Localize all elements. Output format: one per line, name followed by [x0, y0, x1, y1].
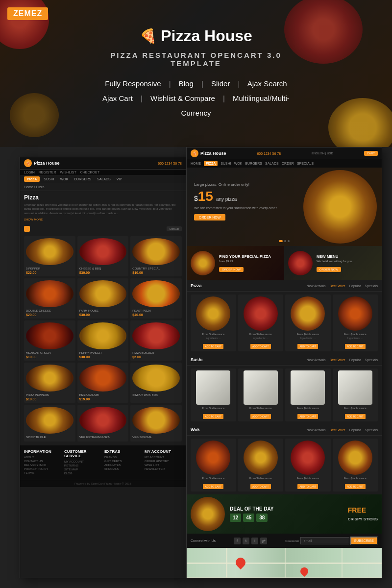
right-product-item[interactable]: From $table sauce Ingredients: ... ADD T… [238, 294, 284, 351]
product-item[interactable]: PEPPY PANEER $30.00 [77, 320, 129, 361]
nav-wok[interactable]: WOK [234, 162, 243, 165]
footer-link[interactable]: SPECIALS [104, 467, 142, 470]
right-product-item[interactable]: From $table sauce ADD TO CART [191, 368, 236, 421]
nav-specials[interactable]: SPECIALS [297, 162, 314, 165]
newsletter-input[interactable] [300, 537, 349, 544]
wok-tab-specials[interactable]: Specials [365, 428, 378, 432]
add-to-cart-btn[interactable]: ADD TO CART [250, 344, 271, 349]
nav-pizza[interactable]: PIZZA [204, 161, 218, 166]
nav-sushi[interactable]: SUSHI [42, 176, 56, 182]
footer-link[interactable]: AFFILIATES [104, 464, 142, 466]
tab-specials[interactable]: Specials [365, 284, 378, 288]
product-item[interactable]: PIZZA PEPPERS $18.00 [24, 363, 75, 403]
footer-link[interactable]: BRANDS [104, 456, 142, 459]
product-item[interactable]: FARM HOUSE $30.00 [77, 278, 129, 318]
footer-link[interactable]: MY ACCOUNT [145, 456, 182, 459]
sushi-tab-best[interactable]: BestSeller [329, 358, 345, 362]
nav-salads[interactable]: SALADS [265, 162, 279, 165]
right-product-item[interactable]: From $table sauce ADD TO CART [285, 439, 331, 491]
product-item[interactable]: CHEESE & BBQ $30.00 [77, 236, 129, 276]
right-product-item[interactable]: From $table sauce ADD TO CART [333, 439, 378, 491]
googleplus-icon[interactable]: g+ [260, 538, 267, 544]
instagram-icon[interactable]: i [251, 538, 258, 544]
product-item[interactable]: COUNTRY SPECIAL $10.00 [130, 236, 182, 276]
product-item[interactable]: MEXICAN GREEN $10.00 [24, 320, 75, 361]
product-item[interactable]: 5 PEPPER $22.00 [24, 236, 75, 276]
hero-order-btn[interactable]: ORDER NOW [194, 214, 225, 220]
zemez-logo[interactable]: ZEMEZ [7, 7, 48, 20]
footer-link[interactable]: WISH LIST [145, 464, 182, 466]
add-to-cart-btn[interactable]: ADD TO CART [297, 484, 318, 489]
nav-vip[interactable]: VIP [115, 176, 124, 182]
footer-link[interactable]: ORDER HISTORY [145, 460, 182, 463]
subscribe-button[interactable]: SUBSCRIBE [350, 537, 378, 545]
grid-view-icon[interactable] [24, 226, 30, 232]
add-to-cart-btn[interactable]: ADD TO CART [345, 414, 366, 419]
nav-pizza-active[interactable]: PIZZA [24, 176, 40, 182]
facebook-icon[interactable]: f [234, 538, 241, 544]
nav-burgers[interactable]: BURGERS [72, 176, 93, 182]
footer-link[interactable]: TERMS [24, 471, 61, 474]
right-product-item[interactable]: From $table sauce ADD TO CART [238, 439, 284, 491]
product-item[interactable]: VEG EXTRAVAGANZA [77, 405, 129, 441]
add-to-cart-btn[interactable]: ADD TO CART [203, 484, 223, 489]
twitter-icon[interactable]: t [243, 538, 249, 544]
tab-popular[interactable]: Popular [349, 284, 361, 288]
nav-order[interactable]: ORDER [282, 162, 294, 165]
right-product-item[interactable]: From $table sauce ADD TO CART [285, 368, 331, 421]
nav-sushi[interactable]: SUSHI [220, 162, 231, 165]
right-product-item[interactable]: From $table sauce Ingredients: ... ADD T… [333, 294, 378, 351]
product-item[interactable]: SIMPLY WOK BOX [130, 363, 182, 403]
add-to-cart-btn[interactable]: ADD TO CART [203, 414, 223, 419]
nav-wishlist[interactable]: WISHLIST [60, 171, 76, 174]
tab-bestseller[interactable]: BestSeller [329, 284, 345, 288]
footer-link[interactable]: SITE MAP [64, 468, 101, 471]
footer-link[interactable]: ABOUT [24, 456, 61, 459]
right-product-item[interactable]: From $table sauce ADD TO CART [238, 368, 284, 421]
footer-link[interactable]: BLOG [64, 472, 101, 475]
add-to-cart-btn[interactable]: ADD TO CART [250, 484, 271, 489]
sushi-tab-popular[interactable]: Popular [349, 358, 361, 362]
footer-link[interactable]: NEWSLETTER [145, 467, 182, 470]
right-product-item[interactable]: From $table sauce Ingredients: ... ADD T… [285, 294, 331, 351]
right-product-item[interactable]: From $table sauce ADD TO CART [191, 439, 236, 491]
wok-tab-popular[interactable]: Popular [349, 428, 361, 432]
right-product-item[interactable]: From $table sauce ADD TO CART [333, 368, 378, 421]
nav-wok[interactable]: WOK [58, 176, 71, 182]
nav-checkout[interactable]: CHECKOUT [80, 171, 99, 174]
add-to-cart-btn[interactable]: ADD TO CART [297, 414, 318, 419]
footer-link[interactable]: PRIVACY POLICY [24, 467, 61, 470]
footer-link[interactable]: CONTACT US [24, 460, 61, 463]
tab-new-arrivals[interactable]: New Arrivals [307, 284, 326, 288]
footer-link[interactable]: DELIVERY INFO [24, 464, 61, 466]
cart-button[interactable]: CART [364, 151, 378, 156]
add-to-cart-btn[interactable]: ADD TO CART [345, 484, 366, 489]
add-to-cart-btn[interactable]: ADD TO CART [345, 344, 366, 349]
nav-home[interactable]: HOME [191, 162, 201, 165]
wok-tab-new[interactable]: New Arrivals [307, 428, 326, 432]
promo-btn[interactable]: ORDER NOW [219, 267, 244, 272]
add-to-cart-btn[interactable]: ADD TO CART [297, 344, 318, 349]
footer-link[interactable]: RETURNS [64, 464, 101, 467]
sushi-tab-new[interactable]: New Arrivals [307, 358, 326, 362]
show-more-link[interactable]: SHOW MORE [20, 218, 186, 224]
nav-burgers[interactable]: BURGERS [245, 162, 262, 165]
product-item[interactable]: DOUBLE CHEESE $20.00 [24, 278, 75, 318]
wok-tab-best[interactable]: BestSeller [329, 428, 345, 432]
product-item[interactable]: FEAST PIZZA $40.00 [130, 278, 182, 318]
product-item[interactable]: SPICY TRIPLE [24, 405, 75, 441]
nav-salads[interactable]: SALADS [95, 176, 113, 182]
sort-select[interactable]: Default [167, 226, 182, 231]
footer-link[interactable]: MY ACCOUNT [64, 460, 101, 463]
product-item[interactable]: PIZZA BUILDER $6.00 [130, 320, 182, 361]
footer-link[interactable]: GIFT CERTS [104, 460, 142, 463]
nav-register[interactable]: REGISTER [39, 171, 56, 174]
promo-btn-2[interactable]: ORDER NOW [317, 267, 341, 272]
add-to-cart-btn[interactable]: ADD TO CART [250, 414, 271, 419]
product-item[interactable]: VEG SPECIAL [130, 405, 182, 441]
nav-login[interactable]: LOGIN [24, 171, 35, 174]
product-item[interactable]: PIZZA SALAMI $15.00 [77, 363, 129, 403]
right-product-item[interactable]: From $table sauce Ingredients: ... ADD T… [191, 294, 236, 351]
add-to-cart-btn[interactable]: ADD TO CART [203, 344, 223, 349]
sushi-tab-specials[interactable]: Specials [365, 358, 378, 362]
